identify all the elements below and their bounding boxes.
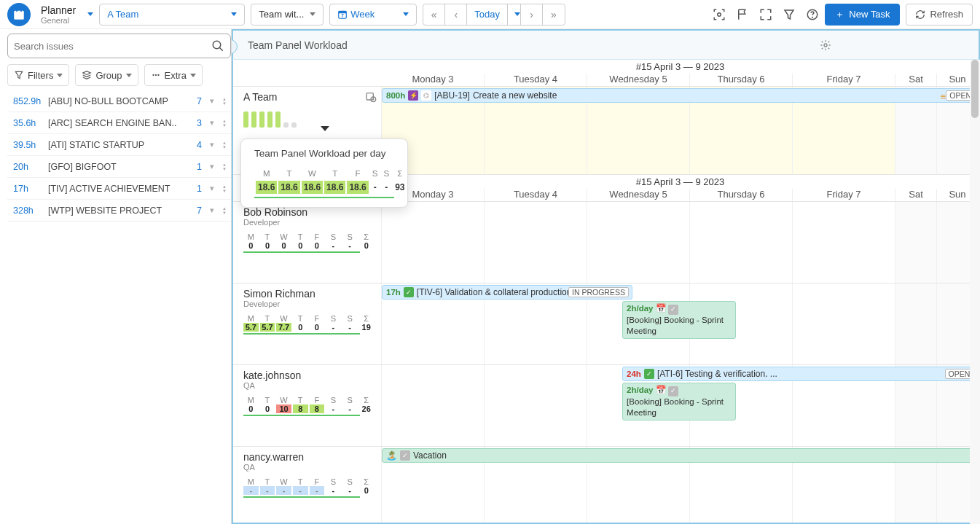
extra-button[interactable]: Extra [144, 64, 203, 86]
vacation-bar[interactable]: 🏝️ ✓ Vacation [382, 448, 979, 463]
calendar-clock-icon[interactable] [365, 91, 377, 103]
app-subtitle: General [41, 16, 76, 25]
filters-button[interactable]: Filters [7, 64, 69, 86]
sort-icon[interactable]: ▲▼ [222, 206, 227, 215]
issue-count: 7 [192, 96, 202, 106]
new-task-button[interactable]: ＋ New Task [825, 4, 900, 26]
task-key: [ABU-19] [434, 90, 470, 101]
task-bar[interactable]: 17h ✓ [TIV-6] Validation & collateral pr… [382, 285, 632, 300]
search-box[interactable] [7, 34, 231, 58]
chevron-down-icon [57, 74, 63, 77]
dropdown-icon[interactable]: ▾ [206, 205, 218, 216]
epic-icon: ⚡ [408, 90, 418, 101]
app-logo [7, 3, 31, 26]
nav-prev-button[interactable]: ‹ [445, 4, 467, 25]
sort-icon[interactable]: ▲▼ [222, 119, 227, 128]
calendar-icon: 📅 [656, 386, 666, 394]
issue-row[interactable]: 852.9h [ABU] NO-BULL BOOTCAMP 7 ▾ ▲▼ [7, 90, 231, 112]
svg-rect-0 [14, 10, 24, 19]
issue-name: [ARC] SEARCH ENGINE BAN.. [48, 118, 187, 128]
stack-icon [82, 70, 92, 80]
team-name: A Team [243, 91, 374, 103]
filters-label: Filters [28, 70, 53, 81]
issue-row[interactable]: 328h [WTP] WEBSITE PROJECT 7 ▾ ▲▼ [7, 200, 231, 222]
check-icon: ✓ [404, 287, 414, 297]
panel-dropdown[interactable]: Team wit... [251, 4, 324, 26]
issue-hours: 328h [13, 206, 44, 216]
task-hours: 24h [627, 369, 641, 378]
issue-row[interactable]: 20h [GFO] BIGFOOT 1 ▾ ▲▼ [7, 156, 231, 178]
app-dropdown-caret-icon[interactable] [87, 12, 93, 16]
resource-lane: Simon Richman Developer MTWTFSSΣ 5.75.77… [233, 283, 979, 364]
vertical-scrollbar[interactable] [970, 60, 980, 524]
svg-point-10 [152, 74, 154, 76]
task-bar[interactable]: 24h ✓ [ATI-6] Testing & verification. ..… [622, 367, 977, 381]
search-icon [211, 39, 224, 52]
nav-next-button[interactable]: › [521, 4, 543, 25]
chevron-down-icon [231, 12, 237, 16]
date-nav-group: « ‹ Today › » [423, 4, 565, 26]
help-icon[interactable] [806, 8, 819, 21]
day-header: Friday 7 [793, 189, 895, 201]
svg-text:7: 7 [341, 12, 344, 17]
dropdown-icon[interactable]: ▾ [206, 183, 218, 195]
scrollbar-thumb[interactable] [971, 60, 979, 118]
issue-row[interactable]: 17h [TIV] ACTIVE ACHIEVEMENT 1 ▾ ▲▼ [7, 178, 231, 200]
sort-icon[interactable]: ▲▼ [222, 184, 227, 193]
sort-icon[interactable]: ▲▼ [222, 97, 227, 106]
collapse-handle[interactable]: ‹ [232, 39, 238, 54]
toolbar-icons [713, 8, 819, 21]
resource-name: Simon Richman [243, 288, 374, 300]
booking-box[interactable]: 2h/day 📅 ✓ [Booking] Booking - Sprint Me… [622, 301, 736, 339]
dropdown-icon[interactable]: ▾ [206, 95, 218, 107]
workload-values: 5.75.77.700--19 [243, 323, 374, 332]
refresh-icon [915, 9, 925, 20]
nav-first-button[interactable]: « [423, 4, 445, 25]
team-dropdown[interactable]: A Team [99, 4, 245, 26]
week-title-2: #15 April 3 — 9 2023 [382, 175, 979, 189]
scan-icon[interactable] [713, 8, 726, 21]
day-header: Monday 3 [382, 74, 485, 86]
resource-name: kate.johnson [243, 369, 374, 381]
app-title-block: Planner General [41, 4, 76, 25]
task-label: [ATI-6] Testing & verification. ... [657, 369, 777, 379]
filter-icon[interactable] [783, 8, 796, 21]
panel-title: Team Panel Workload [240, 39, 820, 51]
issue-name: [GFO] BIGFOOT [48, 162, 187, 172]
issue-row[interactable]: 35.6h [ARC] SEARCH ENGINE BAN.. 3 ▾ ▲▼ [7, 112, 231, 134]
issue-row[interactable]: 39.5h [ATI] STATIC STARTUP 4 ▾ ▲▼ [7, 134, 231, 156]
calendar-week-icon: 7 [337, 9, 348, 20]
sort-icon[interactable]: ▲▼ [222, 141, 227, 149]
resource-lane: nancy.warren QA MTWTFSSΣ -------0 🏝️ ✓ V… [233, 446, 979, 524]
nav-today-button[interactable]: Today [467, 4, 508, 25]
nav-today-caret[interactable] [508, 4, 521, 25]
booking-box[interactable]: 2h/day 📅 ✓ [Booking] Booking - Sprint Me… [622, 383, 736, 421]
dropdown-icon[interactable]: ▾ [206, 161, 218, 173]
svg-rect-14 [366, 93, 373, 100]
gear-icon[interactable] [820, 39, 831, 51]
period-dropdown[interactable]: 7 Week [329, 4, 417, 26]
flag-icon[interactable] [736, 8, 749, 21]
fullscreen-icon[interactable] [759, 8, 772, 21]
dropdown-icon[interactable]: ▾ [206, 117, 218, 129]
day-header: Sat [895, 189, 937, 201]
day-header: Sat [895, 74, 937, 86]
check-icon: ✓ [668, 305, 678, 315]
search-input[interactable] [14, 41, 211, 52]
timeline[interactable]: #15 April 3 — 9 2023 Monday 3Tuesday 4We… [232, 29, 980, 524]
palm-icon: 🏝️ [386, 450, 397, 461]
subtasks-icon: ⌬ [421, 90, 431, 101]
team-task-bar[interactable]: 800h ⚡ ⌬ [ABU-19] Create a new website ≡… [382, 88, 979, 103]
calendar-icon [12, 8, 26, 21]
dropdown-icon[interactable]: ▾ [206, 139, 218, 151]
svg-point-6 [718, 12, 721, 16]
check-icon: ✓ [400, 450, 410, 461]
sort-icon[interactable]: ▲▼ [222, 163, 227, 171]
day-header: Thursday 6 [690, 74, 793, 86]
workload-values: 00000--0 [243, 241, 374, 250]
group-button[interactable]: Group [75, 64, 138, 86]
nav-last-button[interactable]: » [543, 4, 565, 25]
group-label: Group [95, 70, 122, 81]
triangle-up-icon [321, 126, 329, 131]
refresh-button[interactable]: Refresh [906, 4, 973, 26]
